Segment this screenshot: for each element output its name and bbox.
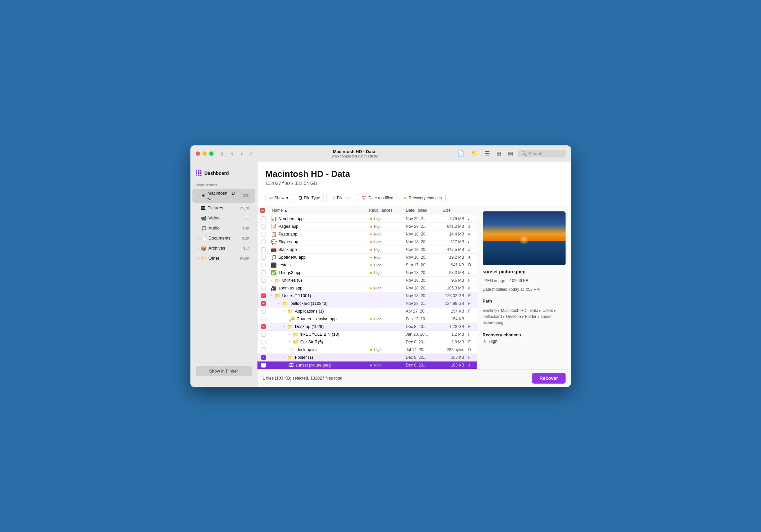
show-finder-button[interactable]: Show in Finder <box>196 366 252 376</box>
date-cell: Nov 18, 20... <box>403 255 440 260</box>
date-cell: Nov 18, 20... <box>403 240 440 244</box>
table-row[interactable]: › 📁 Car Stuff (5) Dec 8, 20... 2.8 MB F <box>257 338 477 346</box>
file-size-filter-button[interactable]: 📄 File size <box>327 194 355 202</box>
table-row[interactable]: ✓ › 📁 Folder (1) Dec 8, 20... 103 KB F <box>257 354 477 361</box>
expand-icon[interactable]: › <box>282 326 286 327</box>
expand-icon[interactable]: › <box>289 332 290 336</box>
audio-icon: 🎵 <box>201 225 207 231</box>
table-row[interactable]: › 📁 $RECYCLE.BIN (13) Jan 20, 20... 1.2 … <box>257 331 477 338</box>
expand-icon[interactable]: › <box>282 357 286 358</box>
list-view-button[interactable]: ☰ <box>483 149 492 158</box>
size-cell: 14.4 MB <box>440 232 467 237</box>
row-checkbox[interactable] <box>261 286 266 290</box>
sidebar-macintosh-label: Macintosh HD -... <box>208 191 239 201</box>
show-filter-button[interactable]: ⚙ Show ▾ <box>266 194 292 202</box>
file-name: Applications (1) <box>295 309 324 314</box>
file-type-icon: 🎥 <box>271 285 277 291</box>
sidebar-macintosh-count: 132K <box>241 194 250 198</box>
sidebar-item-video[interactable]: › 📹 Video 335 <box>192 213 255 223</box>
preview-path-label: Path <box>483 298 566 304</box>
forward-button[interactable]: › <box>239 149 245 158</box>
sidebar-item-documents[interactable]: › 📄 Documents 8.2K <box>192 234 255 243</box>
row-checkbox[interactable]: − <box>261 324 266 329</box>
expand-icon[interactable]: › <box>270 295 273 296</box>
new-folder-button[interactable]: 📁 <box>469 149 480 158</box>
file-name: $RECYCLE.BIN (13) <box>300 332 339 337</box>
table-row[interactable]: 💬Skype.app ★High Nov 18, 20... 327 MB a <box>257 238 477 246</box>
expand-icon[interactable]: › <box>282 311 286 312</box>
file-type-filter-button[interactable]: 🖼 File Type <box>295 194 324 202</box>
recover-button[interactable]: Recover <box>532 373 565 384</box>
sidebar-item-audio[interactable]: › 🎵 Audio 3.3K <box>192 223 255 233</box>
row-checkbox[interactable]: ✓ <box>261 363 266 368</box>
table-row[interactable]: › 📁 Utilities (6) Nov 18, 20... 9.6 MB F <box>257 277 477 284</box>
file-name: sunset picture.jpeg <box>296 363 331 368</box>
table-row[interactable]: 💼Slack.app ★High Nov 18, 20... 447.5 MB … <box>257 246 477 254</box>
row-checkbox[interactable] <box>261 232 266 237</box>
star-icon: ★ <box>369 270 373 275</box>
sidebar-item-pictures[interactable]: › 🖼 Pictures 25.2K <box>192 203 255 213</box>
table-row[interactable]: ✅Things3.app ★High Nov 18, 20... 98.3 MB… <box>257 269 477 277</box>
file-name: zoom.us.app <box>279 286 303 290</box>
table-row[interactable]: 📝Pages.app ★High Nov 29, 2... 641.2 MB a <box>257 223 477 230</box>
sidebar-item-macintosh[interactable]: › 🖥 Macintosh HD -... 132K <box>192 189 255 203</box>
row-checkbox[interactable] <box>261 340 266 344</box>
row-checkbox[interactable] <box>261 278 266 283</box>
row-checkbox[interactable] <box>261 270 266 275</box>
preview-recovery: Recovery chances ★ High <box>483 330 566 344</box>
row-checkbox[interactable]: − <box>261 301 266 306</box>
expand-icon[interactable]: › <box>277 303 281 304</box>
sidebar-toggle-button[interactable]: ▤ <box>506 149 515 158</box>
col-header-name[interactable]: Name ▲ <box>270 208 366 213</box>
file-list: − Name ▲ Reco...ances Date...dified Size <box>257 206 477 369</box>
row-checkbox[interactable]: − <box>261 293 266 298</box>
grid-view-button[interactable]: ⊞ <box>494 149 503 158</box>
row-checkbox[interactable] <box>261 216 266 221</box>
star-icon: ★ <box>369 232 373 237</box>
row-checkbox[interactable] <box>261 247 266 252</box>
table-row[interactable]: ✓ 🖼 sunset picture.jpeg ★High Dec 8, 20.… <box>257 361 477 369</box>
date-cell: Nov 18, 20... <box>403 232 440 237</box>
row-checkbox[interactable] <box>261 263 266 267</box>
row-checkbox[interactable] <box>261 255 266 260</box>
new-document-button[interactable]: 📄 <box>455 149 466 158</box>
file-type-icon: ⬛ <box>271 262 277 268</box>
table-row[interactable]: 📊Numbers.app ★High Nov 29, 2... 579 MB a <box>257 215 477 223</box>
table-row[interactable]: − › 📁 Users (111001) Nov 18, 20... 125.0… <box>257 292 477 300</box>
table-row[interactable]: 📄 desktop.ini ★High Jul 14, 20... 282 by… <box>257 346 477 354</box>
size-cell: 2.8 MB <box>440 340 467 344</box>
file-name: Paste.app <box>279 232 297 237</box>
row-checkbox[interactable] <box>261 332 266 337</box>
table-row[interactable]: › 📁 Applications (1) Apr 27, 20... 154 K… <box>257 308 477 315</box>
expand-icon[interactable]: › <box>289 340 290 344</box>
table-row[interactable]: 🔑 Counter-...ensive.app ★High Feb 12, 20… <box>257 315 477 323</box>
close-button[interactable] <box>196 151 200 156</box>
row-checkbox[interactable] <box>261 240 266 244</box>
table-row[interactable]: − › 📁 joellockard (110843) Nov 28, 2... … <box>257 300 477 308</box>
file-name: Skype.app <box>279 240 298 244</box>
table-row[interactable]: 🎥zoom.us.app ★High Nov 18, 20... 105.3 M… <box>257 284 477 292</box>
search-bar[interactable]: 🔍 <box>518 150 566 157</box>
back-button[interactable]: ‹ <box>229 149 235 158</box>
content-title: Macintosh HD - Data <box>266 169 563 179</box>
home-button[interactable]: ⌂ <box>218 149 225 158</box>
expand-icon[interactable]: › <box>271 278 272 282</box>
select-all-checkbox[interactable]: − <box>260 208 265 213</box>
table-row[interactable]: 📋Paste.app ★High Nov 18, 20... 14.4 MB a <box>257 230 477 238</box>
sidebar-item-archives[interactable]: › 📦 Archives 134 <box>192 244 255 253</box>
row-checkbox[interactable]: ✓ <box>261 355 266 360</box>
search-input[interactable] <box>529 151 562 156</box>
date-modified-filter-button[interactable]: 📅 Date modified <box>358 194 397 202</box>
sidebar-item-other[interactable]: › 📁 Other 94.9K <box>192 254 255 263</box>
minimize-button[interactable] <box>202 151 207 156</box>
table-row[interactable]: ⬛testdisk ★High Sep 17, 20... 941 KB D <box>257 261 477 269</box>
row-checkbox[interactable] <box>261 309 266 314</box>
row-checkbox[interactable] <box>261 347 266 352</box>
maximize-button[interactable] <box>209 151 214 156</box>
row-checkbox[interactable] <box>261 224 266 229</box>
table-row[interactable]: 🎵SpotMenu.app ★High Nov 18, 20... 19.2 M… <box>257 254 477 261</box>
recovery-chances-filter-button[interactable]: ★ Recovery chances <box>400 194 446 202</box>
dashboard-button[interactable]: Dashboard <box>190 168 257 179</box>
row-checkbox[interactable] <box>261 317 266 321</box>
table-row[interactable]: − › 📁 Desktop (1929) Dec 8, 20... 1.73 G… <box>257 323 477 331</box>
